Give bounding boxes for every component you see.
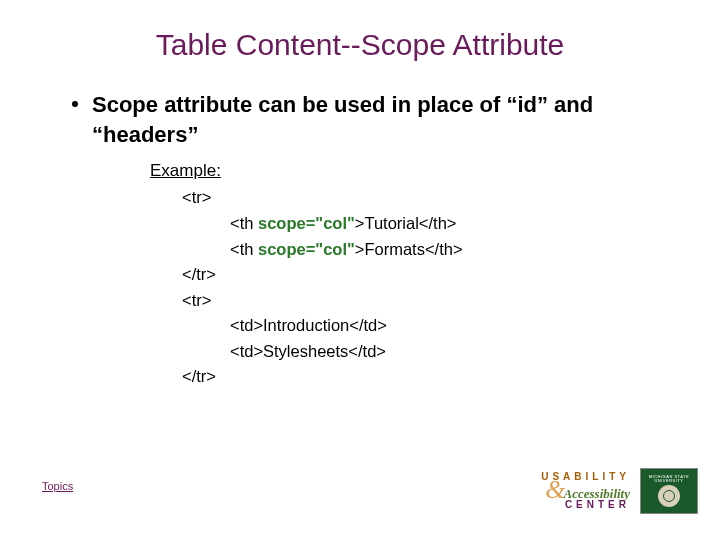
logo-center-text: CENTER: [565, 500, 630, 510]
slide: Table Content--Scope Attribute Scope att…: [0, 0, 720, 540]
code-block: <tr> <th scope="col">Tutorial</th> <th s…: [182, 185, 678, 390]
bullet-item: Scope attribute can be used in place of …: [72, 90, 648, 149]
bullet-icon: [72, 101, 78, 107]
code-line: <tr>: [182, 288, 678, 314]
usability-accessibility-logo: USABILITY & Accessibility CENTER: [541, 472, 630, 509]
msu-text-line2: UNIVERSITY: [654, 479, 683, 483]
ampersand-icon: &: [545, 482, 565, 498]
code-line: <tr>: [182, 185, 678, 211]
code-line: </tr>: [182, 262, 678, 288]
code-line: <th scope="col">Tutorial</th>: [182, 211, 678, 237]
seal-icon: [658, 485, 680, 507]
code-line: <td>Stylesheets</td>: [182, 339, 678, 365]
msu-logo: MICHIGAN STATE UNIVERSITY: [640, 468, 698, 514]
scope-attribute: scope="col": [258, 214, 355, 232]
topics-link[interactable]: Topics: [42, 480, 73, 492]
page-title: Table Content--Scope Attribute: [42, 28, 678, 62]
code-line: </tr>: [182, 364, 678, 390]
footer-logos: USABILITY & Accessibility CENTER MICHIGA…: [541, 468, 698, 514]
bullet-text: Scope attribute can be used in place of …: [92, 90, 648, 149]
code-line: <th scope="col">Formats</th>: [182, 237, 678, 263]
code-line: <td>Introduction</td>: [182, 313, 678, 339]
example-label: Example:: [150, 161, 678, 181]
scope-attribute: scope="col": [258, 240, 355, 258]
